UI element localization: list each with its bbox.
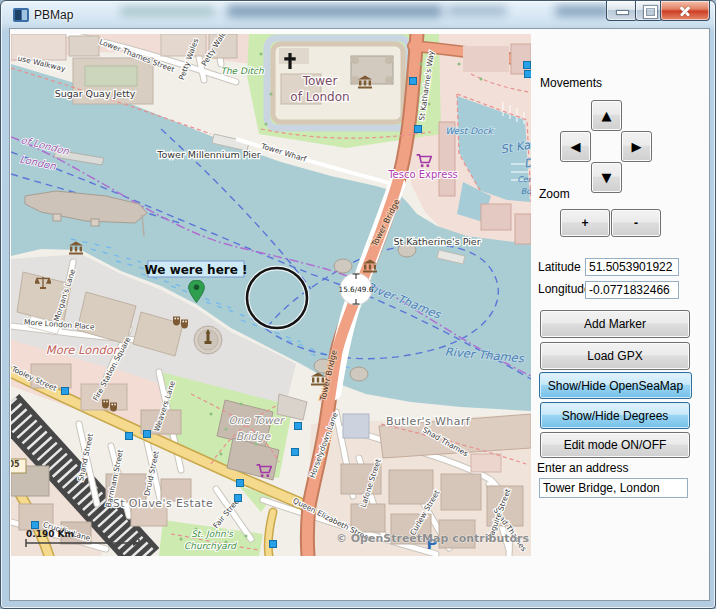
show-hide-degrees-button[interactable]: Show/Hide Degrees xyxy=(540,402,690,429)
edit-node-marker[interactable] xyxy=(524,62,531,69)
map-label: Tower xyxy=(302,74,338,88)
glass-blur-decoration xyxy=(447,6,507,15)
zoom-label: Zoom xyxy=(539,187,570,201)
svg-text:We were here !: We were here ! xyxy=(145,263,248,277)
minimize-button[interactable] xyxy=(606,1,638,21)
arrow-left-icon: ◀ xyxy=(571,139,581,154)
scale-text: 0.190 Km xyxy=(26,529,74,539)
app-icon xyxy=(13,8,29,22)
glass-blur-decoration xyxy=(227,5,442,17)
address-label: Enter an address xyxy=(537,461,628,475)
load-gpx-button[interactable]: Load GPX xyxy=(540,342,690,370)
map-label: 05 xyxy=(11,460,20,469)
movements-label: Movements xyxy=(540,76,602,90)
zoom-out-button[interactable]: - xyxy=(611,209,661,237)
close-button[interactable] xyxy=(660,1,710,21)
map-label: Sugar Quay Jetty xyxy=(55,88,136,99)
map-label: St. John's xyxy=(191,529,234,539)
map-attribution: © OpenStreetMap contributors xyxy=(336,532,530,545)
add-marker-button[interactable]: Add Marker xyxy=(540,310,690,338)
edit-node-marker[interactable] xyxy=(292,449,299,456)
edit-node-marker[interactable] xyxy=(410,78,417,85)
map-label: West Dock xyxy=(445,126,494,136)
app-window: PBMap xyxy=(0,0,716,609)
map-label: St Olave's Estate xyxy=(113,497,213,510)
edit-node-marker[interactable] xyxy=(295,423,302,430)
move-right-button[interactable]: ▶ xyxy=(621,131,652,162)
move-left-button[interactable]: ◀ xyxy=(560,131,591,162)
window-title: PBMap xyxy=(34,8,73,22)
glass-blur-decoration xyxy=(555,6,610,16)
glass-blur-decoration xyxy=(120,7,215,15)
map-label: Bo xyxy=(521,187,531,196)
zoom-in-button[interactable]: + xyxy=(560,209,610,237)
edit-node-marker[interactable] xyxy=(270,541,277,548)
arrow-right-icon: ▶ xyxy=(632,139,642,154)
maximize-icon xyxy=(644,6,657,18)
edit-node-marker[interactable] xyxy=(235,495,242,502)
map-label: More London xyxy=(46,343,121,357)
close-icon xyxy=(679,5,691,17)
map-canvas: P xyxy=(11,34,531,556)
edit-node-marker[interactable] xyxy=(525,71,532,78)
map-label: Cen xyxy=(517,175,531,184)
map-label: The Ditch xyxy=(220,66,264,76)
show-hide-openseamap-button[interactable]: Show/Hide OpenSeaMap xyxy=(539,372,692,399)
map-label: Bridge xyxy=(236,430,272,443)
map-view[interactable]: P xyxy=(11,34,531,556)
edit-node-marker[interactable] xyxy=(144,431,151,438)
move-down-button[interactable]: ▼ xyxy=(591,162,622,193)
clearance-text: 15.6/49.6 xyxy=(339,285,374,294)
edit-node-marker[interactable] xyxy=(126,433,133,440)
maximize-button[interactable] xyxy=(635,1,663,21)
map-label: D xyxy=(523,155,531,171)
latitude-input[interactable] xyxy=(585,258,679,276)
address-input[interactable] xyxy=(539,478,688,498)
edit-node-marker[interactable] xyxy=(62,388,69,395)
map-label: One Tower xyxy=(228,414,285,426)
map-label: Tower Millennium Pier xyxy=(156,149,260,160)
arrow-down-icon: ▼ xyxy=(602,170,612,185)
map-label: of London xyxy=(290,90,349,104)
we-were-here-label: We were here ! xyxy=(145,261,248,277)
latitude-label: Latitude xyxy=(538,260,581,274)
minimize-icon xyxy=(617,11,628,14)
edit-node-marker[interactable] xyxy=(415,126,422,133)
move-up-button[interactable]: ▲ xyxy=(591,100,622,131)
edit-node-marker[interactable] xyxy=(237,480,244,487)
map-label: St Katherine's Pier xyxy=(393,236,480,247)
edit-mode-button[interactable]: Edit mode ON/OFF xyxy=(540,432,690,458)
longitude-input[interactable] xyxy=(585,281,679,299)
longitude-label: Longitude xyxy=(538,282,591,296)
map-label: Tesco Express xyxy=(387,169,458,180)
map-label: Churchyard xyxy=(184,541,237,551)
arrow-up-icon: ▲ xyxy=(602,108,612,123)
edit-node-marker[interactable] xyxy=(32,522,39,529)
city-hall-building xyxy=(194,326,222,354)
